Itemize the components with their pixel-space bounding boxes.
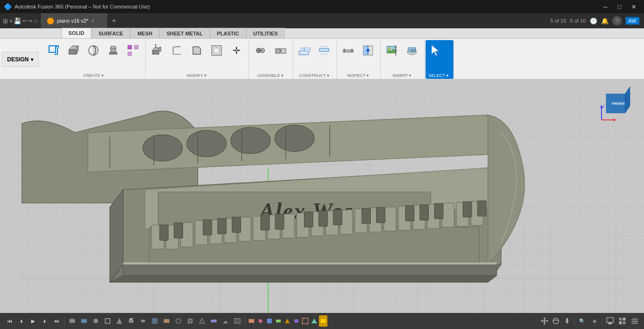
loft-button[interactable]	[104, 42, 123, 59]
decal-icon: IMG	[405, 44, 418, 57]
file-menu[interactable]: ≡	[9, 18, 12, 24]
component-5[interactable]	[114, 315, 125, 327]
select-tool-button[interactable]	[427, 42, 445, 59]
component-8[interactable]	[161, 315, 172, 327]
select-dropdown-arrow[interactable]: ▾	[446, 73, 449, 78]
nav-cube[interactable]: FRONT Z	[597, 87, 635, 125]
step-forward-button[interactable]: ⏵	[39, 315, 50, 327]
tl-item-9[interactable]	[319, 315, 327, 327]
active-tab[interactable]: 🟠 piano v16 v2* ✕	[41, 13, 107, 28]
rigid-group-button[interactable]	[271, 42, 290, 59]
decal-button[interactable]: IMG	[402, 42, 421, 59]
extrude-button[interactable]	[64, 42, 83, 59]
add-tab-button[interactable]: +	[107, 13, 121, 28]
grid-toggle-button[interactable]	[629, 315, 640, 327]
nav-move-button[interactable]	[539, 316, 550, 326]
chamfer-button[interactable]	[187, 42, 206, 59]
svg-rect-134	[164, 319, 169, 323]
svg-rect-23	[212, 46, 221, 55]
component-12[interactable]	[208, 315, 219, 327]
tl-item-8[interactable]	[310, 315, 318, 327]
title-bar-controls: ─ □ ✕	[599, 0, 640, 13]
close-button[interactable]: ✕	[627, 0, 640, 13]
component-11[interactable]	[196, 315, 208, 327]
component-6[interactable]	[137, 315, 149, 327]
tl-item-7[interactable]	[301, 315, 309, 327]
measure-button[interactable]	[339, 42, 358, 59]
svg-rect-32	[301, 48, 310, 51]
home-button[interactable]: ⌂	[34, 17, 37, 24]
tab-count-label: 5 of 10	[570, 18, 586, 24]
component-10[interactable]	[184, 315, 196, 327]
tab-utilities[interactable]: UTILITIES	[246, 28, 285, 38]
zoom-in-button[interactable]: ⊕	[589, 315, 600, 327]
offset-plane-button[interactable]	[295, 42, 314, 59]
skip-to-end-button[interactable]: ⏭	[51, 315, 62, 327]
clock-button[interactable]: 🕐	[590, 17, 597, 25]
extrude-timeline[interactable]	[125, 315, 137, 327]
insert-dropdown-arrow[interactable]: ▾	[409, 73, 411, 78]
component-1[interactable]	[67, 315, 78, 327]
grid-icon[interactable]: ⊞	[3, 17, 8, 25]
insert-image-button[interactable]	[383, 42, 401, 59]
play-button[interactable]: ▶	[27, 315, 39, 327]
create-dropdown-arrow[interactable]: ▾	[101, 73, 104, 78]
tab-surface[interactable]: SURFACE	[92, 28, 131, 38]
pattern-button[interactable]	[124, 42, 142, 59]
shell-button[interactable]	[207, 42, 226, 59]
component-7[interactable]	[149, 315, 160, 327]
svg-rect-146	[267, 319, 272, 323]
joint-button[interactable]	[251, 42, 270, 59]
help-button[interactable]: ?	[612, 16, 622, 25]
modify-dropdown-arrow[interactable]: ▾	[204, 73, 207, 78]
user-account-button[interactable]: AW	[626, 17, 639, 25]
fillet-button[interactable]	[167, 42, 186, 59]
component-14[interactable]	[232, 315, 243, 327]
tab-plastic[interactable]: PLASTIC	[210, 28, 246, 38]
create-group-label: CREATE ▾	[44, 72, 142, 78]
revolve-button[interactable]	[84, 42, 103, 59]
app-title: Autodesk Fusion 360 (Personal – Not for …	[15, 4, 150, 9]
tab-sheetmetal[interactable]: SHEET METAL	[159, 28, 210, 38]
nav-orbit-button[interactable]	[551, 316, 561, 326]
redo-button[interactable]: ↪	[28, 18, 33, 24]
tl-item-5[interactable]	[283, 315, 292, 327]
assemble-dropdown-arrow[interactable]: ▾	[281, 73, 284, 78]
step-back-button[interactable]: ⏴	[16, 315, 27, 327]
svg-rect-114	[477, 201, 486, 216]
construct-dropdown-arrow[interactable]: ▾	[327, 73, 329, 78]
tl-item-4[interactable]	[274, 315, 283, 327]
push-pull-button[interactable]	[148, 42, 167, 59]
tab-solid[interactable]: SOLID	[61, 28, 92, 38]
tl-item-2[interactable]	[256, 315, 265, 327]
display-mode-button[interactable]	[604, 315, 616, 327]
timeline-controls: ⏮ ⏴ ▶ ⏵ ⏭	[4, 315, 62, 327]
design-dropdown-button[interactable]: DESIGN ▾	[2, 52, 39, 67]
undo-button[interactable]: ↩	[23, 18, 27, 24]
inspect-dropdown-arrow[interactable]: ▾	[367, 73, 369, 78]
shell-icon	[210, 44, 223, 57]
section-analysis-button[interactable]	[359, 42, 377, 59]
move-button[interactable]: ✛	[227, 42, 246, 59]
component-2[interactable]	[78, 315, 90, 327]
tl-item-1[interactable]	[247, 315, 256, 327]
tab-close-button[interactable]: ✕	[91, 18, 95, 24]
component-13[interactable]	[220, 315, 231, 327]
maximize-button[interactable]: □	[613, 0, 626, 13]
create-new-component-button[interactable]	[44, 42, 63, 59]
shading-button[interactable]	[617, 315, 628, 327]
zoom-out-button[interactable]: 🔍	[577, 315, 588, 327]
tab-mesh[interactable]: MESH	[130, 28, 159, 38]
midplane-button[interactable]	[315, 42, 334, 59]
tl-item-3[interactable]	[265, 315, 274, 327]
nav-pan-button[interactable]	[562, 316, 572, 326]
bottom-toolbar: ⏮ ⏴ ▶ ⏵ ⏭	[0, 313, 644, 329]
minimize-button[interactable]: ─	[599, 0, 612, 13]
notification-button[interactable]: 🔔	[601, 17, 609, 25]
tl-item-6[interactable]	[292, 315, 301, 327]
save-button[interactable]: 💾	[14, 17, 21, 25]
component-9[interactable]	[173, 315, 184, 327]
component-4[interactable]	[102, 315, 113, 327]
component-3[interactable]	[90, 315, 101, 327]
skip-to-start-button[interactable]: ⏮	[4, 315, 15, 327]
